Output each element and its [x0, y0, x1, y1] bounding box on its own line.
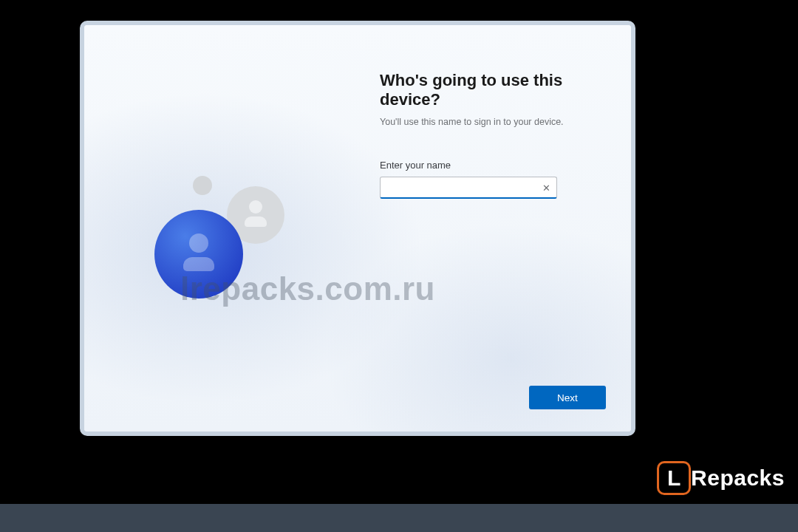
page-title: Who's going to use this device? [380, 71, 609, 109]
user-illustration [154, 173, 361, 350]
close-icon: ✕ [542, 183, 550, 194]
watermark-text: lrepacks.com.ru [180, 270, 435, 307]
setup-form: Who's going to use this device? You'll u… [380, 71, 609, 199]
name-input-wrap: ✕ [380, 177, 557, 199]
oobe-setup-window: lrepacks.com.ru Who's going to use this … [80, 21, 635, 436]
brand-logo: L Repacks [657, 461, 785, 495]
clear-input-button[interactable]: ✕ [538, 180, 554, 196]
next-button[interactable]: Next [529, 386, 606, 409]
name-input[interactable] [380, 177, 557, 199]
decorative-dot [193, 176, 212, 195]
brand-wordmark: Repacks [691, 466, 785, 491]
page-subtitle: You'll use this name to sign in to your … [380, 117, 609, 127]
taskbar [0, 504, 798, 532]
name-field-label: Enter your name [380, 160, 609, 171]
brand-icon: L [657, 461, 691, 495]
